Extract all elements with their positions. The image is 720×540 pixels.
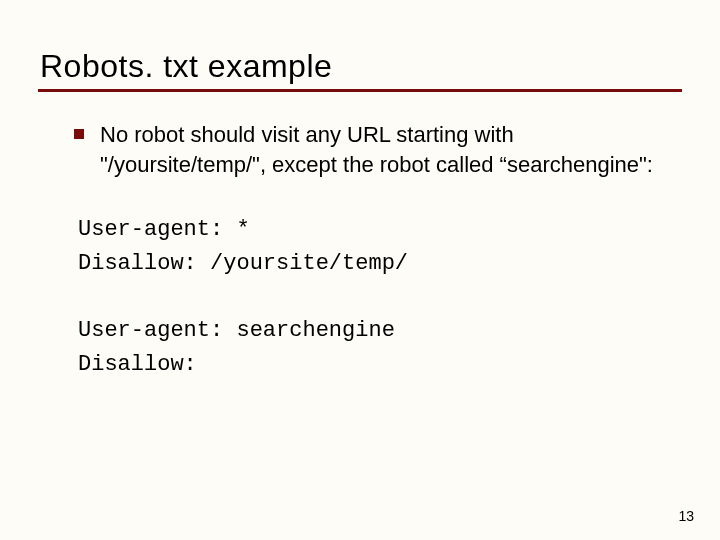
- code-line: User-agent: *: [78, 213, 682, 247]
- code-line: User-agent: searchengine: [78, 314, 682, 348]
- slide: Robots. txt example No robot should visi…: [0, 0, 720, 540]
- code-gap: [78, 282, 682, 314]
- code-line: Disallow:: [78, 348, 682, 382]
- square-bullet-icon: [74, 129, 84, 139]
- slide-title: Robots. txt example: [38, 48, 682, 85]
- code-line: Disallow: /yoursite/temp/: [78, 247, 682, 281]
- title-rule: [38, 89, 682, 92]
- page-number: 13: [678, 508, 694, 524]
- bullet-item: No robot should visit any URL starting w…: [38, 120, 682, 179]
- bullet-text: No robot should visit any URL starting w…: [100, 120, 662, 179]
- code-block: User-agent: * Disallow: /yoursite/temp/ …: [38, 213, 682, 381]
